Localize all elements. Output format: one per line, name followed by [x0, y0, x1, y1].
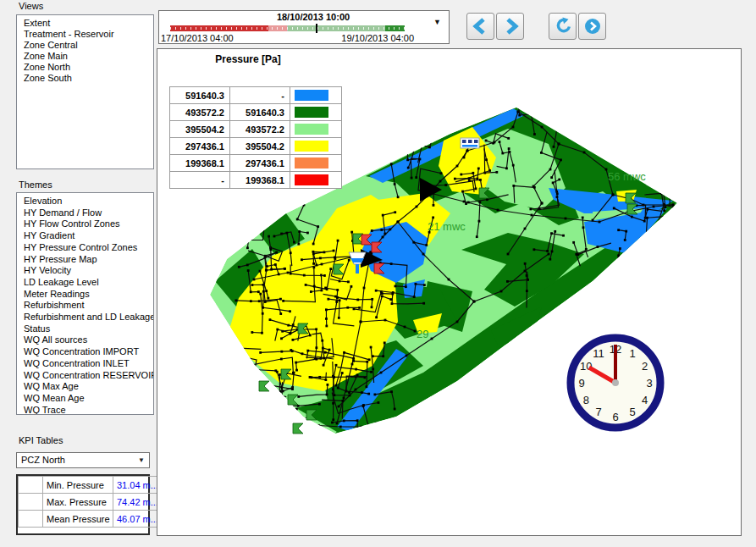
clock-number: 2: [642, 360, 648, 373]
advance-button[interactable]: [578, 13, 606, 40]
legend-row: -199368.1: [170, 172, 342, 189]
themes-list-item[interactable]: HY Demand / Flow: [17, 207, 153, 219]
legend-row: 395504.2493572.2: [170, 121, 342, 138]
views-list-item[interactable]: Zone Main: [17, 51, 153, 62]
legend-color-cell: [290, 172, 342, 189]
legend-color-cell: [290, 87, 342, 104]
clock-number: 5: [629, 406, 635, 418]
map-label-21mwc: 21 mwc: [428, 220, 466, 233]
legend-color-swatch: [295, 124, 328, 135]
themes-list-item[interactable]: WQ Concentration RESERVOIR: [17, 370, 153, 382]
legend-color-swatch: [295, 174, 328, 185]
themes-list-item[interactable]: WQ Concentration INLET: [17, 358, 153, 370]
map-label-29: 29: [417, 328, 428, 340]
themes-list-item[interactable]: WQ Concentration IMPORT: [17, 346, 153, 358]
step-forward-button[interactable]: [496, 13, 524, 40]
play-circle-icon: [583, 17, 602, 36]
views-list-item[interactable]: Zone Central: [17, 40, 153, 51]
kpi-row-header: [19, 494, 43, 511]
themes-list-item[interactable]: WQ Mean Age: [17, 393, 153, 405]
timeline-current-marker[interactable]: [316, 24, 317, 33]
clock-number: 6: [612, 411, 618, 423]
themes-list-item[interactable]: LD Leakage Level: [17, 277, 153, 289]
timeline-dropdown-icon[interactable]: ▼: [433, 18, 441, 26]
timeline-bar[interactable]: [170, 25, 405, 31]
chevron-right-icon: [501, 17, 520, 36]
kpi-row-header: [19, 511, 43, 528]
legend-upper-bound: 493572.2: [230, 121, 290, 138]
legend-color-swatch: [295, 141, 328, 152]
kpi-table: Min. Pressure31.04 m...Max. Pressure74.4…: [16, 474, 150, 535]
themes-list-item[interactable]: HY Pressure Map: [17, 254, 153, 266]
themes-list-item[interactable]: Elevation: [17, 196, 153, 207]
themes-list[interactable]: ElevationHY Demand / FlowHY Flow Control…: [16, 192, 154, 415]
reset-button[interactable]: [549, 13, 577, 40]
clock-number: 8: [583, 394, 589, 406]
kpi-tables-label: KPI Tables: [19, 435, 63, 445]
themes-list-item[interactable]: Meter Readings: [17, 289, 153, 301]
clock-number: 11: [593, 347, 604, 360]
legend-color-cell: [290, 138, 342, 155]
legend-upper-bound: 297436.1: [230, 155, 290, 172]
kpi-table-row: Min. Pressure31.04 m...: [19, 477, 165, 494]
kpi-table-row: Max. Pressure74.42 m...: [19, 494, 165, 511]
undo-circle-icon: [554, 17, 572, 36]
pressure-legend: 591640.3-493572.2591640.3395504.2493572.…: [169, 86, 342, 189]
timeline-control[interactable]: 18/10/2013 10:00 17/10/2013 04:00 19/10/…: [158, 10, 450, 44]
chevron-left-icon: [472, 17, 490, 36]
legend-upper-bound: -: [230, 87, 290, 104]
timeline-current-time: 18/10/2013 10:00: [195, 12, 432, 22]
views-label: Views: [19, 1, 43, 11]
legend-lower-bound: 395504.2: [170, 121, 230, 138]
views-list-item[interactable]: Extent: [17, 18, 153, 29]
themes-list-item[interactable]: Status: [17, 323, 153, 335]
legend-row: 297436.1395504.2: [170, 138, 342, 155]
legend-upper-bound: 199368.1: [230, 172, 290, 189]
legend-title: Pressure [Pa]: [169, 53, 327, 65]
themes-list-item[interactable]: Refurbishment: [17, 300, 153, 312]
themes-label: Themes: [19, 180, 52, 190]
themes-list-item[interactable]: WQ Max Age: [17, 381, 153, 393]
legend-upper-bound: 591640.3: [230, 104, 290, 121]
legend-row: 199368.1297436.1: [170, 155, 342, 172]
analog-clock: 123456789101112: [571, 338, 660, 428]
themes-list-item[interactable]: HY Flow Control Zones: [17, 218, 153, 230]
kpi-table-select[interactable]: PCZ North ▼: [16, 452, 150, 468]
timeline-start-time: 17/10/2013 04:00: [161, 33, 234, 43]
valve-icon: [293, 423, 303, 434]
legend-lower-bound: 297436.1: [170, 138, 230, 155]
legend-color-cell: [290, 104, 342, 121]
themes-list-item[interactable]: WQ All sources: [17, 334, 153, 346]
legend-color-swatch: [295, 90, 328, 101]
chevron-down-icon: ▼: [138, 456, 145, 464]
legend-color-swatch: [295, 107, 328, 118]
clock-number: 4: [642, 394, 648, 406]
legend-row: 493572.2591640.3: [170, 104, 342, 121]
clock-number: 7: [595, 406, 601, 418]
legend-upper-bound: 395504.2: [230, 138, 290, 155]
views-list-item[interactable]: Zone South: [17, 73, 153, 84]
legend-lower-bound: 493572.2: [170, 104, 230, 121]
kpi-table-row: Mean Pressure46.07 m...: [19, 511, 165, 528]
kpi-row-header: [19, 477, 43, 494]
timeline-ticks: [170, 27, 405, 30]
timeline-end-time: 19/10/2013 04:00: [341, 33, 414, 43]
valve-icon: [259, 381, 269, 391]
clock-number: 3: [646, 377, 652, 390]
legend-lower-bound: -: [170, 172, 230, 189]
views-list[interactable]: ExtentTreatment - ReservoirZone CentralZ…: [16, 14, 154, 169]
themes-list-item[interactable]: HY Pressure Control Zones: [17, 242, 153, 254]
views-list-item[interactable]: Zone North: [17, 62, 153, 73]
themes-list-item[interactable]: HY Gradient: [17, 230, 153, 242]
legend-color-cell: [290, 121, 342, 138]
legend-row: 591640.3-: [170, 87, 342, 104]
views-list-item[interactable]: Treatment - Reservoir: [17, 29, 153, 40]
themes-list-item[interactable]: HY Velocity: [17, 265, 153, 277]
themes-list-item[interactable]: WQ Trace: [17, 405, 153, 415]
map-label-56mwc: 56 mwc: [608, 170, 646, 183]
kpi-row-label: Min. Pressure: [43, 477, 113, 494]
kpi-table-selected-value: PCZ North: [21, 455, 65, 465]
themes-list-item[interactable]: Refurbishment and LD Leakage: [17, 312, 153, 323]
clock-number: 9: [578, 377, 584, 390]
step-backward-button[interactable]: [466, 13, 494, 40]
